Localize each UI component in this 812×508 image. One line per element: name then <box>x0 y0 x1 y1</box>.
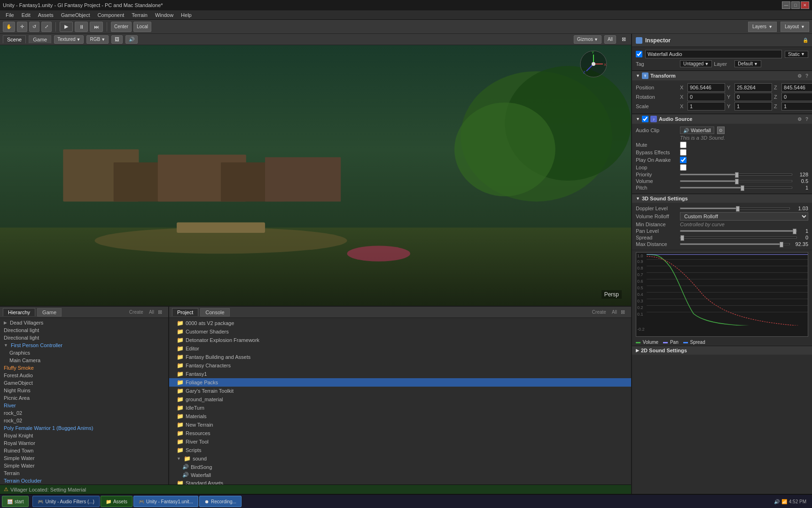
position-x[interactable] <box>687 83 725 92</box>
tab-scene[interactable]: Scene <box>3 35 26 43</box>
hand-tool[interactable]: ✋ <box>3 22 15 32</box>
taskbar-app-0[interactable]: 🎮 Unity - Audio Filters (...) <box>32 496 99 507</box>
layout-dropdown[interactable]: Layout ▼ <box>781 22 809 32</box>
rotation-z[interactable] <box>781 93 812 101</box>
proj-item-garys-terrain[interactable]: 📁 Gary's Terrain Toolkit <box>169 387 631 395</box>
pause-button[interactable]: ⏸ <box>75 22 88 32</box>
proj-item-waterfall-audio[interactable]: 🔊 Waterfall <box>169 471 631 479</box>
tag-dropdown[interactable]: Untagged ▼ <box>680 60 712 67</box>
project-maximize-icon[interactable]: ⊠ <box>621 309 628 315</box>
proj-item-detonator[interactable]: 📁 Detonator Explosion Framework <box>169 336 631 344</box>
pitch-thumb[interactable] <box>741 185 744 191</box>
menu-help[interactable]: Help <box>177 11 195 19</box>
hier-item-picnic-area[interactable]: Picnic Area <box>0 394 168 402</box>
menu-gameobject[interactable]: GameObject <box>57 11 94 19</box>
scene-view[interactable]: X Y Z Persp <box>0 45 631 306</box>
position-y[interactable] <box>734 83 772 92</box>
hier-item-royal-warrior[interactable]: Royal Warrior <box>0 439 168 447</box>
tab-hierarchy[interactable]: Hierarchy <box>3 308 35 316</box>
tab-game-hier[interactable]: Game <box>37 308 62 317</box>
play-button[interactable]: ▶ <box>60 22 73 32</box>
max-dist-thumb[interactable] <box>780 242 783 247</box>
proj-item-0000ats[interactable]: 📁 0000 ats V2 package <box>169 319 631 327</box>
tab-game[interactable]: Game <box>29 35 51 43</box>
priority-thumb[interactable] <box>735 172 739 178</box>
pan-thumb[interactable] <box>793 229 796 234</box>
project-content[interactable]: 📁 0000 ats V2 package 📁 Customer Shaders… <box>169 318 631 484</box>
scale-y[interactable] <box>734 102 772 111</box>
maximize-button[interactable]: □ <box>791 1 800 9</box>
close-button[interactable]: ✕ <box>801 1 809 9</box>
proj-item-materials[interactable]: 📁 Materials <box>169 412 631 421</box>
hier-item-fluffy-smoke[interactable]: Fluffy Smoke <box>0 364 168 372</box>
proj-item-foliage[interactable]: 📁 Foliage Packs <box>169 378 631 387</box>
transform-header[interactable]: ▼ T Transform ⚙ ? <box>632 71 812 80</box>
window-controls[interactable]: — □ ✕ <box>782 1 809 9</box>
space-button[interactable]: Local <box>133 22 151 32</box>
volume-slider[interactable] <box>680 180 792 182</box>
transform-help-icon[interactable]: ? <box>805 73 808 79</box>
audio-source-header[interactable]: ▼ ♪ Audio Source ⚙ ? <box>632 114 812 124</box>
proj-item-standard-assets[interactable]: 📁 Standard Assets <box>169 479 631 484</box>
proj-item-birdsong[interactable]: 🔊 BirdSong <box>169 463 631 471</box>
audio-source-menu-icon[interactable]: ⚙ <box>797 117 802 122</box>
proj-item-fantasy1[interactable]: 📁 Fantasy1 <box>169 370 631 378</box>
proj-item-river-tool[interactable]: 📁 River Tool <box>169 437 631 446</box>
menu-terrain[interactable]: Terrain <box>128 11 151 19</box>
scale-z[interactable] <box>781 102 812 111</box>
spread-thumb[interactable] <box>680 235 684 241</box>
step-button[interactable]: ⏭ <box>90 22 103 32</box>
pivot-button[interactable]: Center <box>111 22 132 32</box>
proj-item-sound[interactable]: ▼ 📁 sound <box>169 454 631 463</box>
create-btn-hier[interactable]: Create <box>129 310 143 315</box>
proj-item-fantasy-chars[interactable]: 📁 Fantasy Characters <box>169 361 631 370</box>
proj-item-fantasy-building[interactable]: 📁 Fantasy Building and Assets <box>169 353 631 361</box>
hier-item-dir-light-2[interactable]: Directional light <box>0 334 168 341</box>
hier-item-poly-warrior[interactable]: Poly Female Warrior 1 (Bugged Anims) <box>0 424 168 432</box>
object-name-field[interactable] <box>645 50 782 58</box>
hier-item-graphics[interactable]: Graphics <box>0 349 168 357</box>
rotation-y[interactable] <box>734 93 772 101</box>
shading-dropdown[interactable]: Textured ▼ <box>54 35 84 44</box>
pan-level-slider[interactable] <box>680 230 797 232</box>
3d-sound-header[interactable]: ▼ 3D Sound Settings <box>632 194 812 203</box>
audio-source-enabled[interactable] <box>642 116 648 122</box>
rotate-tool[interactable]: ↺ <box>29 22 39 32</box>
hier-item-rock-2[interactable]: rock_02 <box>0 417 168 424</box>
max-distance-slider[interactable] <box>680 243 790 245</box>
hier-item-fpc[interactable]: ▼ First Person Controller <box>0 341 168 349</box>
hierarchy-content[interactable]: ▶ Dead Villagers Directional light Direc… <box>0 318 168 484</box>
hier-item-dead-villagers[interactable]: ▶ Dead Villagers <box>0 319 168 326</box>
doppler-slider[interactable] <box>680 207 790 209</box>
scene-icons-btn[interactable]: 🖼 <box>111 35 123 44</box>
menu-assets[interactable]: Assets <box>34 11 57 19</box>
proj-item-customer-shaders[interactable]: 📁 Customer Shaders <box>169 327 631 336</box>
taskbar-app-1[interactable]: 📁 Assets <box>101 496 133 507</box>
hier-item-main-camera[interactable]: Main Camera <box>0 357 168 364</box>
proj-item-editor[interactable]: 📁 Editor <box>169 344 631 353</box>
hier-item-night-ruins[interactable]: Night Ruins <box>0 387 168 394</box>
audio-clip-field[interactable]: 🔊 Waterfall <box>680 127 714 134</box>
menu-file[interactable]: File <box>2 11 18 19</box>
proj-item-idleturn[interactable]: 📁 IdleTurn <box>169 404 631 412</box>
inspector-lock-icon[interactable]: 🔒 <box>803 38 808 43</box>
volume-thumb[interactable] <box>735 179 739 184</box>
layer-dropdown[interactable]: Default ▼ <box>734 60 761 67</box>
hier-item-dir-light-1[interactable]: Directional light <box>0 326 168 334</box>
all-layers-btn[interactable]: All <box>604 35 616 44</box>
proj-item-ground-material[interactable]: 📁 ground_material <box>169 395 631 404</box>
taskbar-app-3[interactable]: ⏺ Recording... <box>199 496 242 507</box>
static-dropdown[interactable]: Static ▼ <box>785 51 808 58</box>
scene-maximize-btn[interactable]: ⊠ <box>619 35 628 44</box>
spread-slider[interactable] <box>680 237 797 238</box>
hier-item-royal-knight[interactable]: Royal Knight <box>0 432 168 439</box>
hierarchy-lock-icon[interactable]: ⊠ <box>158 309 165 315</box>
audio-clip-browse-btn[interactable]: ⊙ <box>717 127 725 134</box>
loop-checkbox[interactable] <box>680 164 687 171</box>
tab-project[interactable]: Project <box>172 308 198 316</box>
menu-window[interactable]: Window <box>151 11 177 19</box>
hier-item-terrain-occluder[interactable]: Terrain Occluder <box>0 477 168 484</box>
minimize-button[interactable]: — <box>782 1 790 9</box>
hier-item-simple-water-2[interactable]: Simple Water <box>0 462 168 469</box>
pitch-slider[interactable] <box>680 187 792 189</box>
